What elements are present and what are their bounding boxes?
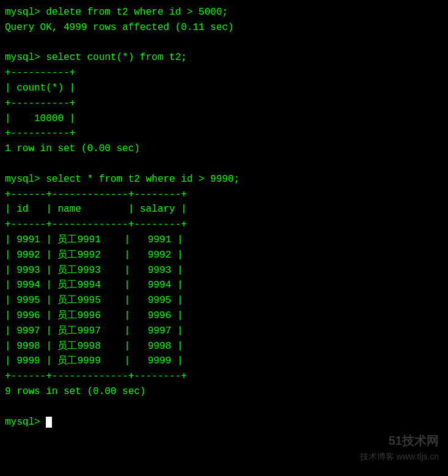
command-text: delete from t2 where id > 5000; xyxy=(46,7,228,18)
table-header: | id | name | salary | xyxy=(5,204,187,215)
prompt: mysql> xyxy=(5,52,46,63)
table-row: | 9994 | 员工9994 | 9994 | xyxy=(5,280,183,291)
table-row: | 9995 | 员工9995 | 9995 | xyxy=(5,295,183,306)
prompt: mysql> xyxy=(5,7,46,18)
cursor[interactable] xyxy=(46,417,52,428)
watermark: 51技术网技术博客 www.tljs.cn xyxy=(360,431,439,464)
command-text: select * from t2 where id > 9990; xyxy=(46,174,240,185)
table-row: | 9996 | 员工9996 | 9996 | xyxy=(5,310,183,321)
table-row: | 9993 | 员工9993 | 9993 | xyxy=(5,265,183,276)
result-summary: 1 row in set (0.00 sec) xyxy=(5,143,140,154)
table-row: | 10000 | xyxy=(5,113,75,124)
table-row: | 9998 | 员工9998 | 9998 | xyxy=(5,341,183,352)
table-border: +----------+ xyxy=(5,67,75,78)
query-result: Query OK, 4999 rows affected (0.11 sec) xyxy=(5,22,233,33)
prompt: mysql> xyxy=(5,174,46,185)
table-border: +------+-------------+--------+ xyxy=(5,371,187,382)
table-row: | 9992 | 员工9992 | 9992 | xyxy=(5,250,183,261)
table-border: +------+-------------+--------+ xyxy=(5,219,187,230)
table-border: +----------+ xyxy=(5,128,75,139)
result-summary: 9 rows in set (0.00 sec) xyxy=(5,386,145,397)
table-row: | 9991 | 员工9991 | 9991 | xyxy=(5,234,183,245)
table-row: | 9997 | 员工9997 | 9997 | xyxy=(5,325,183,337)
table-border: +----------+ xyxy=(5,98,75,109)
table-row: | 9999 | 员工9999 | 9999 | xyxy=(5,355,183,366)
prompt: mysql> xyxy=(5,417,46,428)
table-header: | count(*) | xyxy=(5,83,75,94)
table-border: +------+-------------+--------+ xyxy=(5,189,187,200)
command-text: select count(*) from t2; xyxy=(46,52,186,63)
